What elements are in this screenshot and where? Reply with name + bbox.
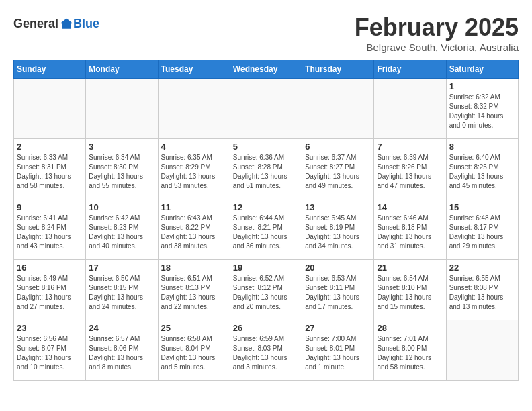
header-day-tuesday: Tuesday: [158, 60, 230, 79]
calendar-cell: 10Sunrise: 6:42 AMSunset: 8:23 PMDayligh…: [86, 199, 158, 260]
day-info: Sunrise: 6:41 AMSunset: 8:24 PMDaylight:…: [17, 214, 83, 251]
calendar-cell: 25Sunrise: 6:58 AMSunset: 8:04 PMDayligh…: [158, 320, 230, 381]
day-number: 17: [89, 263, 154, 273]
header-row: SundayMondayTuesdayWednesdayThursdayFrid…: [14, 60, 519, 79]
calendar-cell: 5Sunrise: 6:36 AMSunset: 8:28 PMDaylight…: [230, 139, 302, 199]
calendar-cell: [230, 79, 302, 139]
calendar-cell: 18Sunrise: 6:51 AMSunset: 8:13 PMDayligh…: [158, 260, 230, 320]
calendar-header: SundayMondayTuesdayWednesdayThursdayFrid…: [14, 60, 519, 79]
header-day-wednesday: Wednesday: [230, 60, 302, 79]
calendar-cell: [374, 79, 446, 139]
calendar-cell: [158, 79, 230, 139]
calendar-cell: 12Sunrise: 6:44 AMSunset: 8:21 PMDayligh…: [230, 199, 302, 260]
calendar-cell: 27Sunrise: 7:00 AMSunset: 8:01 PMDayligh…: [302, 320, 374, 381]
calendar-cell: [302, 79, 374, 139]
day-number: 20: [305, 263, 371, 273]
day-number: 26: [233, 323, 299, 333]
month-title: February 2025: [355, 13, 519, 42]
day-number: 2: [17, 142, 83, 152]
calendar-cell: 8Sunrise: 6:40 AMSunset: 8:25 PMDaylight…: [446, 139, 518, 199]
calendar-cell: 13Sunrise: 6:45 AMSunset: 8:19 PMDayligh…: [302, 199, 374, 260]
day-number: 10: [89, 202, 154, 212]
calendar-cell: 4Sunrise: 6:35 AMSunset: 8:29 PMDaylight…: [158, 139, 230, 199]
day-info: Sunrise: 6:40 AMSunset: 8:25 PMDaylight:…: [449, 153, 515, 191]
day-info: Sunrise: 6:50 AMSunset: 8:15 PMDaylight:…: [89, 274, 154, 312]
calendar-cell: 19Sunrise: 6:52 AMSunset: 8:12 PMDayligh…: [230, 260, 302, 320]
day-info: Sunrise: 6:32 AMSunset: 8:32 PMDaylight:…: [449, 93, 515, 130]
calendar-week-3: 16Sunrise: 6:49 AMSunset: 8:16 PMDayligh…: [14, 260, 519, 320]
calendar-week-2: 9Sunrise: 6:41 AMSunset: 8:24 PMDaylight…: [14, 199, 519, 260]
header-day-thursday: Thursday: [302, 60, 374, 79]
day-info: Sunrise: 6:57 AMSunset: 8:06 PMDaylight:…: [89, 334, 154, 372]
day-info: Sunrise: 6:49 AMSunset: 8:16 PMDaylight:…: [17, 274, 83, 312]
day-info: Sunrise: 6:39 AMSunset: 8:26 PMDaylight:…: [377, 153, 443, 191]
calendar-table: SundayMondayTuesdayWednesdayThursdayFrid…: [13, 60, 519, 381]
calendar-cell: 16Sunrise: 6:49 AMSunset: 8:16 PMDayligh…: [14, 260, 86, 320]
calendar-cell: 14Sunrise: 6:46 AMSunset: 8:18 PMDayligh…: [374, 199, 446, 260]
calendar-cell: 24Sunrise: 6:57 AMSunset: 8:06 PMDayligh…: [86, 320, 158, 381]
calendar-week-4: 23Sunrise: 6:56 AMSunset: 8:07 PMDayligh…: [14, 320, 519, 381]
day-info: Sunrise: 7:01 AMSunset: 8:00 PMDaylight:…: [377, 334, 443, 372]
calendar-cell: 7Sunrise: 6:39 AMSunset: 8:26 PMDaylight…: [374, 139, 446, 199]
location-subtitle: Belgrave South, Victoria, Australia: [355, 42, 519, 53]
day-info: Sunrise: 6:55 AMSunset: 8:08 PMDaylight:…: [449, 274, 515, 312]
calendar-cell: 20Sunrise: 6:53 AMSunset: 8:11 PMDayligh…: [302, 260, 374, 320]
title-area: February 2025 Belgrave South, Victoria, …: [355, 13, 519, 53]
calendar-body: 1Sunrise: 6:32 AMSunset: 8:32 PMDaylight…: [14, 79, 519, 381]
calendar-cell: 1Sunrise: 6:32 AMSunset: 8:32 PMDaylight…: [446, 79, 518, 139]
day-info: Sunrise: 7:00 AMSunset: 8:01 PMDaylight:…: [305, 334, 371, 372]
day-info: Sunrise: 6:36 AMSunset: 8:28 PMDaylight:…: [233, 153, 299, 191]
day-number: 25: [161, 323, 227, 333]
header-day-monday: Monday: [86, 60, 158, 79]
day-number: 23: [17, 323, 83, 333]
calendar-cell: 6Sunrise: 6:37 AMSunset: 8:27 PMDaylight…: [302, 139, 374, 199]
day-number: 4: [161, 142, 227, 152]
header-day-saturday: Saturday: [446, 60, 518, 79]
day-info: Sunrise: 6:52 AMSunset: 8:12 PMDaylight:…: [233, 274, 299, 312]
day-number: 21: [377, 263, 443, 273]
day-info: Sunrise: 6:33 AMSunset: 8:31 PMDaylight:…: [17, 153, 83, 191]
logo: General Blue: [13, 17, 99, 31]
day-number: 8: [449, 142, 515, 152]
day-info: Sunrise: 6:54 AMSunset: 8:10 PMDaylight:…: [377, 274, 443, 312]
day-info: Sunrise: 6:44 AMSunset: 8:21 PMDaylight:…: [233, 214, 299, 251]
calendar-week-0: 1Sunrise: 6:32 AMSunset: 8:32 PMDaylight…: [14, 79, 519, 139]
calendar-cell: 26Sunrise: 6:59 AMSunset: 8:03 PMDayligh…: [230, 320, 302, 381]
day-number: 6: [305, 142, 371, 152]
day-info: Sunrise: 6:58 AMSunset: 8:04 PMDaylight:…: [161, 334, 227, 372]
calendar-cell: 23Sunrise: 6:56 AMSunset: 8:07 PMDayligh…: [14, 320, 86, 381]
day-number: 16: [17, 263, 83, 273]
day-info: Sunrise: 6:48 AMSunset: 8:17 PMDaylight:…: [449, 214, 515, 251]
day-number: 3: [89, 142, 154, 152]
logo-blue: Blue: [73, 17, 99, 31]
day-info: Sunrise: 6:34 AMSunset: 8:30 PMDaylight:…: [89, 153, 154, 191]
day-info: Sunrise: 6:46 AMSunset: 8:18 PMDaylight:…: [377, 214, 443, 251]
day-info: Sunrise: 6:37 AMSunset: 8:27 PMDaylight:…: [305, 153, 371, 191]
day-number: 1: [449, 81, 515, 91]
day-number: 14: [377, 202, 443, 212]
day-info: Sunrise: 6:56 AMSunset: 8:07 PMDaylight:…: [17, 334, 83, 372]
day-number: 15: [449, 202, 515, 212]
day-number: 13: [305, 202, 371, 212]
calendar-cell: 11Sunrise: 6:43 AMSunset: 8:22 PMDayligh…: [158, 199, 230, 260]
day-number: 19: [233, 263, 299, 273]
day-number: 11: [161, 202, 227, 212]
logo-icon: [60, 17, 73, 31]
day-info: Sunrise: 6:43 AMSunset: 8:22 PMDaylight:…: [161, 214, 227, 251]
day-number: 24: [89, 323, 154, 333]
day-info: Sunrise: 6:53 AMSunset: 8:11 PMDaylight:…: [305, 274, 371, 312]
day-number: 12: [233, 202, 299, 212]
calendar-cell: 17Sunrise: 6:50 AMSunset: 8:15 PMDayligh…: [86, 260, 158, 320]
calendar-cell: [446, 320, 518, 381]
day-info: Sunrise: 6:59 AMSunset: 8:03 PMDaylight:…: [233, 334, 299, 372]
calendar-cell: [86, 79, 158, 139]
calendar-cell: [14, 79, 86, 139]
header-day-sunday: Sunday: [14, 60, 86, 79]
calendar-cell: 2Sunrise: 6:33 AMSunset: 8:31 PMDaylight…: [14, 139, 86, 199]
day-number: 5: [233, 142, 299, 152]
day-number: 27: [305, 323, 371, 333]
calendar-cell: 9Sunrise: 6:41 AMSunset: 8:24 PMDaylight…: [14, 199, 86, 260]
day-number: 28: [377, 323, 443, 333]
calendar-cell: 15Sunrise: 6:48 AMSunset: 8:17 PMDayligh…: [446, 199, 518, 260]
logo-general: General: [13, 17, 58, 31]
